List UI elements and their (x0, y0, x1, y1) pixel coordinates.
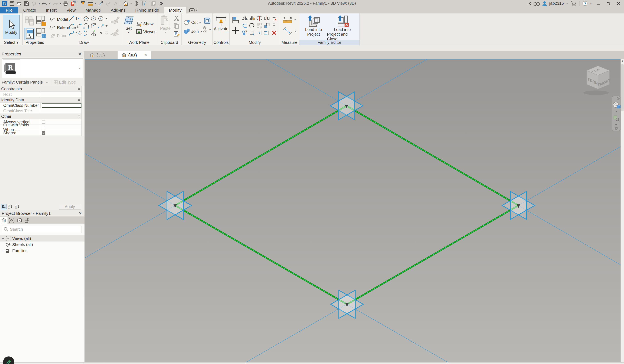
browser-tab-families[interactable] (23, 217, 31, 224)
back-arrow-icon[interactable] (528, 2, 531, 5)
delete-icon[interactable] (271, 29, 278, 36)
sync-dropdown[interactable]: ▾ (38, 2, 40, 5)
tab-insert[interactable]: Insert (41, 7, 62, 13)
app-logo[interactable]: R (1, 0, 8, 6)
demolish-icon[interactable] (202, 26, 209, 33)
measure-tool-icon[interactable] (282, 16, 293, 24)
family-category-icon[interactable] (36, 16, 47, 27)
tree-item-views[interactable]: ＋ Views (all) (0, 235, 84, 242)
modify-tool-button[interactable]: Modify (3, 15, 20, 39)
qat-overflow-icon[interactable] (158, 0, 164, 6)
draw-partial-ellipse-icon[interactable] (83, 30, 90, 37)
export-icon[interactable] (70, 0, 76, 6)
draw-polygon-inscribed-icon[interactable] (83, 15, 90, 22)
draw-spline-points-icon[interactable] (68, 30, 75, 37)
split-element-icon[interactable] (256, 15, 263, 22)
section-other[interactable]: Other (0, 114, 81, 119)
view-tab-inactive[interactable]: {3D} (86, 51, 108, 59)
browser-tab-views[interactable] (8, 217, 16, 224)
trim-extend-multi-icon[interactable] (263, 29, 270, 36)
modify-pin-icon[interactable] (80, 0, 86, 6)
mirror-pick-axis-icon[interactable] (241, 15, 248, 22)
family-name[interactable]: Family: Curtain Panels (2, 80, 43, 85)
properties-palette-toggle-icon[interactable] (25, 28, 35, 40)
browser-tab-sheets[interactable] (16, 217, 23, 224)
browser-search[interactable] (2, 226, 81, 233)
user-avatar-icon[interactable] (542, 1, 547, 6)
unpin-icon[interactable] (271, 15, 278, 22)
home-board-icon[interactable] (9, 0, 15, 6)
draw-pick-lines-icon[interactable] (90, 30, 97, 37)
tree-item-families[interactable]: ＋ Families (0, 248, 84, 254)
draw-scroll-up-icon[interactable] (104, 15, 109, 22)
sort-default-button[interactable] (1, 204, 6, 209)
measure-tool-dropdown[interactable]: ▾ (294, 18, 296, 22)
default-3d-view-icon[interactable] (123, 0, 129, 6)
print-icon[interactable] (62, 0, 69, 6)
load-into-project-and-close-button[interactable]: Load into Project and Close (327, 15, 358, 41)
workplane-viewer-button[interactable]: Viewer (136, 29, 156, 35)
cut-geometry-button[interactable]: Cut▾ (183, 19, 201, 26)
measure-dropdown[interactable]: ▾ (95, 2, 97, 5)
measure-icon[interactable] (87, 0, 94, 6)
show-workplane-button[interactable]: Show (136, 21, 154, 27)
type-selector-dropdown[interactable]: ▾ (79, 67, 81, 70)
activate-controls-button[interactable]: Activate (214, 15, 228, 31)
draw-circle-icon[interactable] (97, 15, 104, 22)
load-into-project-button[interactable]: Load into Project (301, 15, 326, 37)
trim-extend-single-icon[interactable] (256, 29, 263, 36)
help-dropdown[interactable]: ▾ (590, 2, 592, 5)
aligned-dimension-icon[interactable] (282, 26, 293, 36)
scroll-up-icon[interactable]: ▲ (621, 59, 624, 62)
scrollbar-thumb[interactable] (621, 64, 624, 111)
draw-polygon-circumscribed-icon[interactable] (90, 15, 97, 22)
match-type-icon[interactable] (173, 30, 180, 37)
browser-tab-home[interactable] (0, 217, 8, 224)
tab-addins[interactable]: Add-Ins (106, 7, 130, 13)
paint-icon[interactable]: 3 (241, 29, 248, 36)
sort-ascending-button[interactable]: AZ (8, 204, 13, 209)
draw-line-icon[interactable] (68, 15, 75, 22)
expand-icon[interactable]: ＋ (0, 236, 6, 241)
help-icon[interactable]: ? (582, 1, 588, 6)
panel-select-label[interactable]: Select ▾ (0, 40, 23, 45)
tab-modify[interactable]: Modify (164, 7, 186, 13)
aligned-dimension-dropdown[interactable]: ▾ (294, 30, 296, 33)
minimize-button[interactable] (594, 0, 602, 6)
restore-button[interactable] (604, 0, 613, 6)
always-vertical-checkbox[interactable] (42, 120, 45, 124)
cope-icon[interactable] (203, 17, 211, 25)
tab-file[interactable]: File (0, 7, 18, 13)
view-tab-close-icon[interactable]: ✕ (144, 53, 147, 57)
split-with-gap-icon[interactable] (263, 15, 270, 22)
close-button[interactable] (615, 0, 623, 6)
draw-arc-tangent-icon[interactable] (83, 23, 90, 29)
rotate-icon[interactable] (249, 22, 256, 29)
username[interactable]: jab2315 (549, 1, 564, 6)
open-icon[interactable] (16, 0, 23, 6)
geometry-more-dropdown[interactable]: ▾ (209, 28, 211, 31)
tab-rhinoinside[interactable]: Rhino.Inside (130, 7, 164, 13)
thin-lines-icon[interactable] (140, 0, 147, 6)
draw-expand-icon[interactable] (104, 30, 109, 37)
join-geometry-button[interactable]: Join▾ (183, 28, 203, 35)
align-icon[interactable] (231, 16, 240, 24)
save-icon[interactable] (23, 0, 30, 6)
section-constraints[interactable]: Constraints (0, 86, 81, 92)
ribbon-collapse-control[interactable]: ▾ (186, 7, 201, 13)
user-dropdown[interactable]: ▾ (566, 2, 568, 5)
section-icon[interactable] (133, 0, 140, 6)
undo-icon[interactable] (41, 0, 48, 6)
view-dropdown[interactable]: ▾ (130, 2, 132, 5)
search-input[interactable] (10, 227, 79, 232)
type-selector[interactable]: R ▾ (2, 59, 83, 78)
draw-arc-fillet-icon[interactable] (90, 23, 97, 29)
store-cart-icon[interactable] (570, 1, 576, 6)
pin-icon[interactable] (271, 22, 278, 29)
offset-icon[interactable] (241, 22, 248, 29)
line-style-model[interactable]: Model (50, 17, 68, 22)
view-tab-active[interactable]: {3D} ✕ (118, 51, 151, 59)
tab-create[interactable]: Create (18, 7, 41, 13)
draw-ellipse-icon[interactable] (75, 30, 82, 37)
properties-close-icon[interactable]: ✕ (78, 52, 83, 56)
